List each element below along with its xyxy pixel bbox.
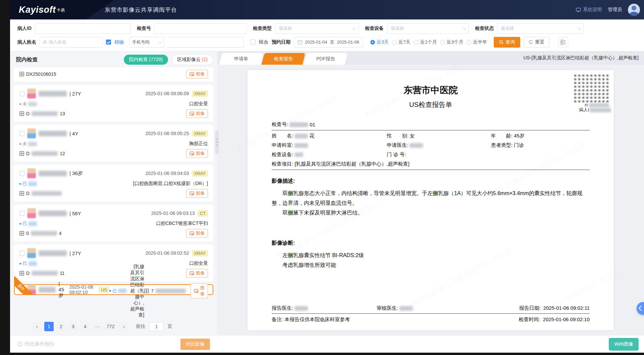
status-select[interactable]: 请选择: [497, 23, 584, 34]
phone-input[interactable]: [167, 37, 244, 48]
range-1m-radio[interactable]: 近1个月: [414, 39, 437, 45]
patient-avatar: [27, 88, 36, 99]
person-icon: [43, 40, 47, 44]
image-button[interactable]: 图像: [186, 189, 208, 198]
goto-page-input[interactable]: [149, 322, 163, 331]
exam-card[interactable]: | 56Y 2025-01-06 09:03:13 CT 已 口腔CBCT锥形束…: [14, 204, 213, 241]
search-button[interactable]: 查询: [494, 37, 520, 48]
patient-name-input[interactable]: 病人姓名: [40, 37, 103, 48]
combo-label: 组合: [259, 39, 268, 45]
web-image-button[interactable]: Web图像: [609, 338, 639, 351]
current-user[interactable]: 管理员: [608, 7, 622, 13]
page-button-4[interactable]: 4: [80, 322, 90, 331]
exam-card[interactable]: | 4Y 2025-01-06 09:05:25 XRAY 未 胸部正位 D12: [14, 125, 213, 162]
image-icon: [194, 289, 199, 293]
grid-id-icon: [19, 151, 24, 156]
prev-page-button[interactable]: ‹: [32, 322, 42, 331]
exam-id: 04: [19, 231, 62, 236]
read-status: 未: [19, 101, 37, 107]
field-gender: 性 别:女: [387, 133, 491, 139]
exam-list[interactable]: DX250106015 图像 | 27Y: [10, 67, 217, 318]
app-window: Kayisoft卡易 东营市影像云共享调阅平台 系统说明 管理员 病人ID 检查…: [10, 0, 644, 353]
exam-datetime: 2025-01-06 09:03:13: [151, 211, 195, 216]
exam-checkbox[interactable]: [19, 211, 24, 216]
range-3m-radio[interactable]: 近3个月: [440, 39, 463, 45]
report-viewport[interactable]: 东营市影像云共享调阅平台 管理员 东营市影像云共享调阅平台 管理员 东营市影像云…: [217, 65, 644, 335]
field-name: 姓 名:花: [272, 133, 387, 139]
patient-id-input[interactable]: [35, 23, 131, 34]
tab-exam-report[interactable]: 检查报告: [262, 53, 306, 65]
tab-internal-exams[interactable]: 院内检查 (7720): [124, 55, 168, 65]
modality-badge: XRAY: [192, 170, 208, 177]
current-exam-label: US-[乳腺及其引流区淋巴结彩超（乳腺中心）,超声检查]: [523, 55, 639, 61]
hospital-name: 东营市中医院: [272, 84, 590, 96]
radio-dot-icon: [414, 40, 419, 45]
page-button-3[interactable]: 3: [68, 322, 78, 331]
filter-bar: 病人ID 检查号 检查类型 请选择 检查设备 请选择 检查状态 请选择 病人姓名…: [10, 19, 644, 51]
review-doctor: 审核医生:: [377, 305, 413, 311]
exam-card[interactable]: | 27Y 2025-01-06 09:06:09 XRAY 未 口腔全景 D1…: [14, 85, 213, 122]
exact-checkbox[interactable]: [106, 40, 111, 45]
field-outpatient-no: 门 诊 号:: [387, 152, 491, 158]
layout-toggle-button[interactable]: [558, 37, 568, 47]
exam-type-select[interactable]: 请选择: [275, 23, 359, 34]
exam-card[interactable]: | 36岁 2025-01-06 09:04:03 XRAY 已 [口腔曲面断层…: [14, 165, 213, 201]
page-button-772[interactable]: 772: [105, 322, 116, 331]
exam-name: 口腔CBCT锥形束CT平扫: [156, 221, 208, 227]
image-button[interactable]: 图像: [186, 70, 208, 78]
user-avatar[interactable]: [628, 4, 640, 16]
pagination: ‹ 1 2 3 4 ··· 772 › 前往 页: [10, 318, 217, 335]
image-button[interactable]: 图像: [186, 229, 208, 238]
help-icon: [576, 8, 581, 12]
image-button[interactable]: 图像: [186, 109, 208, 118]
diag-text: 左侧乳腺囊实性结节 BI-RADS:2级: [272, 251, 590, 260]
combo-checkbox[interactable]: [251, 40, 256, 45]
date-range-picker[interactable]: 2025-01-04 至 2025-01-06: [294, 37, 363, 48]
exam-checkbox[interactable]: [19, 287, 24, 292]
exam-name: 口腔全景: [189, 260, 208, 267]
exam-card-partial[interactable]: DX250106015 图像: [14, 67, 213, 82]
exam-card-selected[interactable]: | 45岁 2025-01-06 09:02:10 US 已 [乳腺及其引流区淋…: [14, 284, 213, 295]
read-status: 已: [19, 221, 37, 227]
logo-zone: Kayisoft卡易: [10, 0, 114, 19]
patient-name-redacted: [39, 91, 67, 97]
exam-checkbox[interactable]: [19, 131, 24, 136]
bottom-bar: 对比操作指引 对比影像 Web图像: [10, 335, 644, 353]
read-status: 未: [19, 141, 37, 147]
page-button-1[interactable]: 1: [44, 322, 54, 331]
next-page-button[interactable]: ›: [119, 322, 128, 331]
tab-pdf-report[interactable]: PDF报告: [304, 53, 348, 65]
more-pages-button[interactable]: ···: [93, 322, 102, 331]
tab-regional-cloud[interactable]: 区域影像云 (1): [172, 54, 213, 65]
range-6m-radio[interactable]: 近半年: [467, 39, 487, 45]
exam-no-input[interactable]: [154, 23, 247, 34]
modality-badge: XRAY: [192, 130, 208, 137]
system-help-link[interactable]: 系统说明: [576, 7, 602, 13]
phone-type-select[interactable]: 手机号码: [129, 37, 164, 48]
reset-button[interactable]: 重置: [524, 37, 549, 48]
patient-age: | 27Y: [69, 250, 81, 256]
compare-guide-link[interactable]: 对比操作指引: [17, 341, 55, 347]
patient-age: | 56Y: [69, 211, 81, 216]
page-button-2[interactable]: 2: [56, 322, 66, 331]
image-button[interactable]: 图像: [186, 269, 208, 278]
exam-id: 7: [144, 288, 188, 294]
tab-application-form[interactable]: 申请单: [219, 53, 263, 65]
desc-text: 双侧腋下未探及明显肿大淋巴结。: [272, 208, 590, 218]
range-7d-radio[interactable]: 近7天: [392, 39, 411, 45]
compare-images-button[interactable]: 对比影像: [180, 339, 210, 350]
exam-checkbox[interactable]: [19, 91, 24, 96]
image-icon: [190, 152, 194, 156]
exam-checkbox[interactable]: [19, 171, 24, 176]
device-select[interactable]: 请选择: [387, 23, 469, 34]
exam-name: 口腔全景: [189, 101, 208, 107]
patient-avatar: [27, 168, 36, 178]
image-button[interactable]: 图像: [191, 284, 208, 298]
patient-id-label: 病人ID: [17, 25, 32, 32]
grid-id-icon: [19, 271, 24, 276]
exam-checkbox[interactable]: [19, 251, 24, 256]
exam-datetime: 2025-01-06 09:05:25: [146, 131, 189, 136]
range-3d-radio[interactable]: 近3天: [370, 39, 389, 45]
image-button[interactable]: 图像: [186, 149, 208, 158]
panel-splitter-handle[interactable]: [215, 130, 219, 154]
